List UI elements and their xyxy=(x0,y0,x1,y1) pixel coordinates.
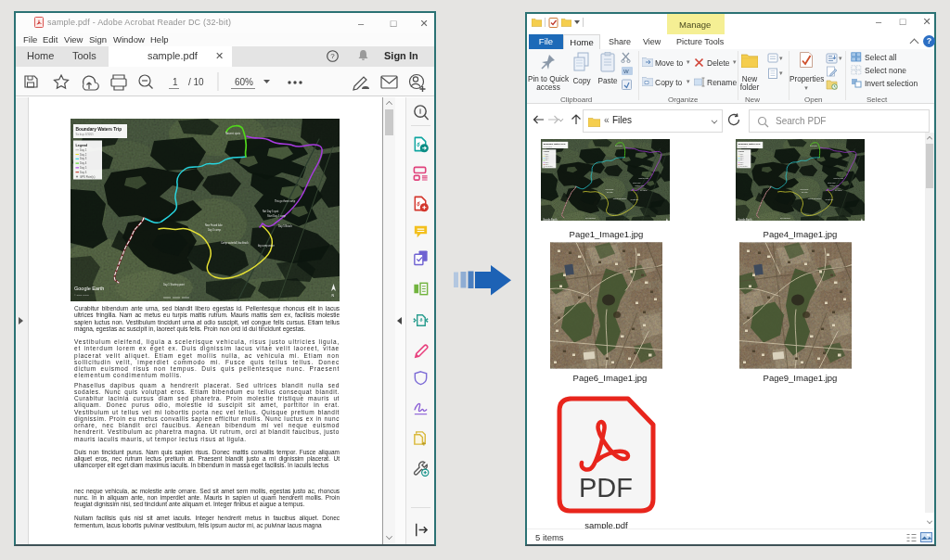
svg-text:/ 10: / 10 xyxy=(188,77,204,87)
svg-text:1: 1 xyxy=(173,77,178,87)
svg-text:?: ? xyxy=(330,52,335,60)
svg-text:W: W xyxy=(623,69,629,74)
svg-text:60%: 60% xyxy=(235,77,253,87)
svg-text:PDF: PDF xyxy=(579,473,633,503)
